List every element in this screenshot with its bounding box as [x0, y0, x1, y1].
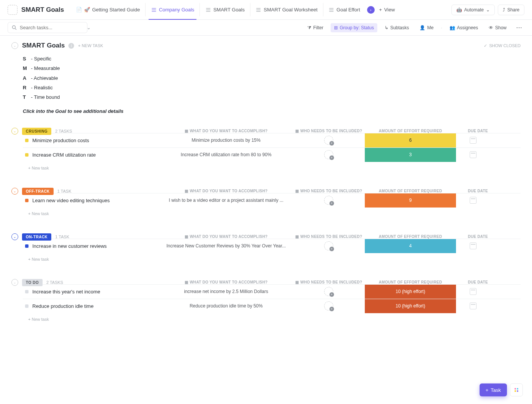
- subtasks-button[interactable]: ↳ Subtasks: [381, 23, 412, 32]
- task-row[interactable]: Learn new video editing techniques I wis…: [23, 193, 521, 208]
- effort-cell[interactable]: 9: [365, 193, 456, 208]
- svg-point-12: [13, 26, 16, 29]
- tab-label: Getting Started Guide: [92, 7, 140, 13]
- due-cell[interactable]: [456, 239, 490, 253]
- info-icon[interactable]: i: [68, 43, 74, 49]
- group-collapse-toggle[interactable]: ⌄: [11, 128, 18, 135]
- effort-cell[interactable]: 4: [365, 239, 456, 253]
- task-name: Learn new video editing techniques: [32, 198, 110, 203]
- task-name-cell[interactable]: Minimize production costs: [23, 133, 160, 147]
- add-assignee-icon[interactable]: [324, 287, 333, 296]
- task-row[interactable]: Reduce production idle time Reduce produ…: [23, 299, 521, 313]
- add-assignee-icon[interactable]: [324, 136, 333, 145]
- accomplish-cell[interactable]: increase net income by 2.5 Million Dolla…: [160, 285, 293, 299]
- section-header: ⌄ SMART Goals i + NEW TASK ✓ SHOW CLOSED: [11, 42, 521, 49]
- add-view-button[interactable]: + View: [375, 4, 400, 16]
- automate-button[interactable]: 🤖 Automate ⌄: [451, 5, 495, 15]
- task-name-cell[interactable]: Learn new video editing techniques: [23, 193, 160, 208]
- accomplish-cell[interactable]: Minimize production costs by 15%: [160, 133, 293, 147]
- due-cell[interactable]: [456, 133, 490, 147]
- effort-cell[interactable]: 3: [365, 148, 456, 162]
- accomplish-cell[interactable]: I wish to be a video editor or a project…: [160, 193, 293, 208]
- chevron-down-icon[interactable]: ⌄: [87, 25, 91, 30]
- me-button[interactable]: 👤 Me: [416, 23, 437, 32]
- accomplish-cell[interactable]: Increase New Customer Reviews by 30% Yea…: [160, 239, 293, 253]
- doc-icon: 📄: [76, 7, 82, 13]
- status-group: ⌄ OFF-TRACK 1 TASK ▦ WHAT DO YOU WANT TO…: [11, 186, 521, 220]
- status-group: ⌄ CRUSHING 2 TASKS ▦ WHAT DO YOU WANT TO…: [11, 126, 521, 174]
- accomplish-cell[interactable]: Reduce production idle time by 50%: [160, 299, 293, 313]
- group-by-button[interactable]: ⊞ Group by: Status: [331, 23, 377, 32]
- tab-goal-effort[interactable]: Goal Effort: [323, 3, 366, 16]
- collapse-toggle[interactable]: ⌄: [11, 42, 18, 49]
- task-name-cell[interactable]: Increase CRM utilization rate: [23, 148, 160, 162]
- tab-worksheet[interactable]: SMART Goal Worksheet: [250, 3, 323, 16]
- calendar-icon: [470, 197, 477, 204]
- show-label: Show: [495, 25, 507, 30]
- effort-cell[interactable]: 10 (high effort): [365, 299, 456, 313]
- new-task-row[interactable]: + New task: [26, 208, 521, 220]
- filter-label: Filter: [313, 25, 323, 30]
- svg-line-13: [15, 29, 16, 30]
- new-task-float-button[interactable]: + Task: [480, 383, 507, 396]
- group-collapse-toggle[interactable]: ⌄: [11, 279, 18, 286]
- new-task-top[interactable]: + NEW TASK: [78, 43, 103, 48]
- new-task-row[interactable]: + New task: [26, 253, 521, 265]
- group-collapse-toggle[interactable]: ⌄: [11, 233, 18, 240]
- due-cell[interactable]: [456, 299, 490, 313]
- task-name-cell[interactable]: Increase in new customer reviews: [23, 239, 160, 253]
- share-button[interactable]: ⤴ Share: [498, 5, 524, 15]
- effort-cell[interactable]: 6: [365, 133, 456, 147]
- add-assignee-icon[interactable]: [324, 196, 333, 205]
- new-task-row[interactable]: + New task: [26, 313, 521, 325]
- workspace-icon: [8, 5, 17, 15]
- task-row[interactable]: Increase in new customer reviews Increas…: [23, 239, 521, 253]
- task-name-cell[interactable]: Increase this year's net income: [23, 285, 160, 299]
- task-row[interactable]: Increase this year's net income increase…: [23, 284, 521, 299]
- show-closed-button[interactable]: ✓ SHOW CLOSED: [484, 43, 521, 48]
- add-assignee-icon[interactable]: [324, 150, 333, 159]
- task-row[interactable]: Increase CRM utilization rate Increase C…: [23, 147, 521, 162]
- apps-button[interactable]: [510, 383, 523, 396]
- add-assignee-icon[interactable]: [324, 241, 333, 250]
- add-assignee-icon[interactable]: [324, 301, 333, 311]
- due-cell[interactable]: [456, 285, 490, 299]
- show-button[interactable]: 👁 Show: [485, 23, 510, 32]
- tab-smart-goals[interactable]: SMART Goals: [200, 3, 250, 16]
- accomplish-cell[interactable]: Increase CRM utilization rate from 80 to…: [160, 148, 293, 162]
- task-name-cell[interactable]: Reduce production idle time: [23, 299, 160, 313]
- share-icon: ⤴: [503, 7, 505, 13]
- me-label: Me: [427, 25, 434, 30]
- tab-company-goals[interactable]: Company Goals: [145, 3, 200, 16]
- tab-label: SMART Goals: [213, 7, 245, 13]
- search-box[interactable]: ⌄: [8, 22, 87, 33]
- list-icon: [256, 7, 261, 13]
- check-icon: ✓: [484, 43, 487, 48]
- task-name: Increase CRM utilization rate: [32, 152, 96, 158]
- due-cell[interactable]: [456, 193, 490, 208]
- new-task-row[interactable]: + New task: [26, 162, 521, 174]
- smart-row: T - Time bound: [23, 92, 521, 102]
- status-group: ⌄ TO DO 2 TASKS ▦ WHAT DO YOU WANT TO AC…: [11, 277, 521, 325]
- include-cell[interactable]: [293, 133, 365, 147]
- due-cell[interactable]: [456, 148, 490, 162]
- effort-cell[interactable]: 10 (high effort): [365, 285, 456, 299]
- task-row[interactable]: Minimize production costs Minimize produ…: [23, 133, 521, 147]
- smart-row: S - Specific: [23, 54, 521, 63]
- tab-label: Goal Effort: [337, 7, 360, 13]
- include-cell[interactable]: [293, 148, 365, 162]
- tabs: 📄 🚀 Getting Started Guide Company Goals …: [71, 3, 450, 16]
- section-title: SMART Goals: [22, 42, 65, 49]
- more-menu[interactable]: ⋯: [514, 24, 524, 31]
- filter-button[interactable]: ⧩ Filter: [304, 23, 327, 32]
- assignees-button[interactable]: 👥 Assignees: [446, 23, 481, 32]
- group-collapse-toggle[interactable]: ⌄: [11, 188, 18, 195]
- person-icon: 👤: [420, 25, 425, 30]
- include-cell[interactable]: [293, 239, 365, 253]
- search-input[interactable]: [20, 25, 84, 30]
- tab-getting-started[interactable]: 📄 🚀 Getting Started Guide: [71, 3, 145, 16]
- tabs-next-arrow[interactable]: ›: [367, 6, 375, 14]
- include-cell[interactable]: [293, 193, 365, 208]
- include-cell[interactable]: [293, 285, 365, 299]
- include-cell[interactable]: [293, 299, 365, 313]
